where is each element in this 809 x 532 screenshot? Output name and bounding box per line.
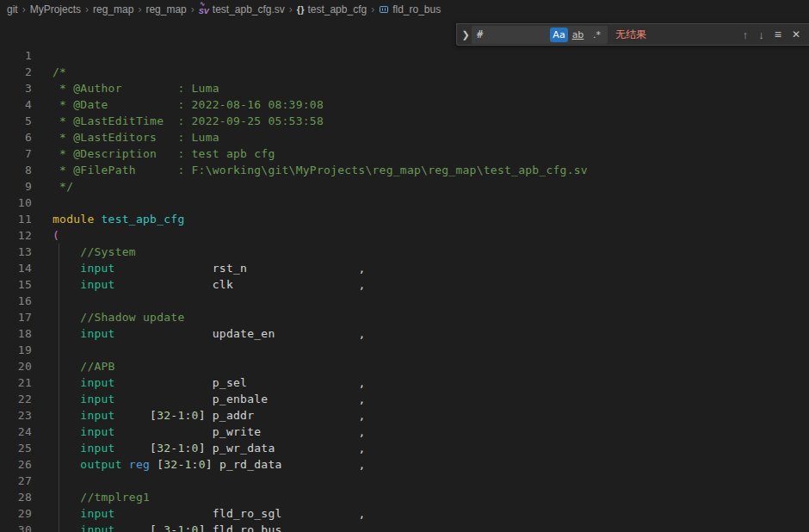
code-line[interactable]: 12( xyxy=(0,227,809,244)
whole-word-button[interactable]: ab xyxy=(569,28,587,42)
line-content: input update_en , xyxy=(52,325,365,342)
breadcrumb-label: fld_ro_bus xyxy=(392,3,441,15)
breadcrumb-separator: › xyxy=(22,3,26,15)
line-number[interactable]: 25 xyxy=(0,440,32,456)
code-line[interactable]: 20 //APB xyxy=(0,358,809,374)
code-line[interactable]: 17 //Shadow update xyxy=(0,309,809,325)
line-number[interactable]: 12 xyxy=(0,227,32,244)
code-line[interactable]: 9 */ xyxy=(0,178,809,195)
find-widget: ❯ # Aa ab .* 无结果 ↑ ↓ ≡ ✕ xyxy=(456,23,809,46)
breadcrumb-label: git xyxy=(7,3,18,15)
close-icon[interactable]: ✕ xyxy=(792,28,800,40)
breadcrumb-item-git[interactable]: git xyxy=(7,3,18,15)
line-number[interactable]: 1 xyxy=(0,47,32,64)
breadcrumb-item-test_apb_cfg[interactable]: {}test_apb_cfg xyxy=(297,3,367,15)
braces-icon: {} xyxy=(297,4,305,15)
line-number[interactable]: 29 xyxy=(0,505,32,522)
line-content: input fld_ro_sgl , xyxy=(52,505,365,522)
line-content: input p_enbale , xyxy=(52,391,365,407)
line-content: * @Description : test apb cfg xyxy=(52,145,275,162)
find-input[interactable]: # Aa ab .* xyxy=(472,26,608,44)
line-number[interactable]: 18 xyxy=(0,325,32,342)
line-number[interactable]: 21 xyxy=(0,374,32,391)
line-content: ( xyxy=(52,227,59,244)
line-content: input clk , xyxy=(52,276,365,293)
code-line[interactable]: 28 //tmplreg1 xyxy=(0,489,809,505)
line-number[interactable]: 23 xyxy=(0,407,32,424)
line-number[interactable]: 28 xyxy=(0,489,32,505)
next-match-icon[interactable]: ↓ xyxy=(758,28,764,41)
line-content: * @FilePath : F:\working\git\MyProjects\… xyxy=(52,162,588,178)
line-number[interactable]: 7 xyxy=(0,145,32,162)
line-content: * @LastEditTime : 2022-09-25 05:53:58 xyxy=(52,113,324,129)
line-number[interactable]: 14 xyxy=(0,260,32,276)
find-in-selection-icon[interactable]: ≡ xyxy=(775,28,781,41)
breadcrumb-label: test_apb_cfg.sv xyxy=(213,3,285,15)
code-line[interactable]: 1 xyxy=(0,47,809,64)
line-number[interactable]: 2 xyxy=(0,64,32,80)
code-line[interactable]: 18 input update_en , xyxy=(0,325,809,342)
code-line[interactable]: 6 * @LastEditors : Luma xyxy=(0,129,809,145)
code-line[interactable]: 19 xyxy=(0,342,809,358)
code-line[interactable]: 3 * @Author : Luma xyxy=(0,80,809,96)
line-number[interactable]: 8 xyxy=(0,162,32,178)
code-line[interactable]: 11module test_apb_cfg xyxy=(0,211,809,227)
breadcrumb-item-test_apb_cfg.sv[interactable]: SVtest_apb_cfg.sv xyxy=(199,3,285,15)
line-content: //tmplreg1 xyxy=(52,489,150,505)
line-number[interactable]: 4 xyxy=(0,96,32,113)
code-line[interactable]: 14 input rst_n , xyxy=(0,260,809,276)
code-line[interactable]: 21 input p_sel , xyxy=(0,374,809,391)
code-line[interactable]: 15 input clk , xyxy=(0,276,809,293)
line-number[interactable]: 16 xyxy=(0,293,32,309)
code-line[interactable]: 30 input [ 3-1:0] fld_ro_bus , xyxy=(0,522,809,532)
line-number[interactable]: 26 xyxy=(0,456,32,473)
line-number[interactable]: 27 xyxy=(0,473,32,489)
code-line[interactable]: 5 * @LastEditTime : 2022-09-25 05:53:58 xyxy=(0,113,809,129)
line-number[interactable]: 10 xyxy=(0,195,32,211)
line-number[interactable]: 11 xyxy=(0,211,32,227)
line-number[interactable]: 3 xyxy=(0,80,32,96)
code-line[interactable]: 8 * @FilePath : F:\working\git\MyProject… xyxy=(0,162,809,178)
editor-pane[interactable]: 12/*3 * @Author : Luma4 * @Date : 2022-0… xyxy=(0,19,809,532)
line-number[interactable]: 5 xyxy=(0,113,32,129)
line-number[interactable]: 6 xyxy=(0,129,32,145)
code-line[interactable]: 10 xyxy=(0,195,809,211)
code-line[interactable]: 4 * @Date : 2022-08-16 08:39:08 xyxy=(0,96,809,113)
code-line[interactable]: 22 input p_enbale , xyxy=(0,391,809,407)
line-number[interactable]: 30 xyxy=(0,522,32,532)
toggle-replace-chevron-icon[interactable]: ❯ xyxy=(460,29,472,40)
find-results-count: 无结果 xyxy=(615,28,646,42)
code-line[interactable]: 2/* xyxy=(0,64,809,80)
code-line[interactable]: 29 input fld_ro_sgl , xyxy=(0,505,809,522)
line-number[interactable]: 15 xyxy=(0,276,32,293)
line-number[interactable]: 22 xyxy=(0,391,32,407)
regex-button[interactable]: .* xyxy=(588,28,606,42)
code-line[interactable]: 7 * @Description : test apb cfg xyxy=(0,145,809,162)
line-number[interactable]: 19 xyxy=(0,342,32,358)
breadcrumb-separator: › xyxy=(85,3,89,15)
line-content: * @LastEditors : Luma xyxy=(52,129,219,145)
line-number[interactable]: 9 xyxy=(0,178,32,195)
breadcrumb-separator: › xyxy=(138,3,141,15)
line-content: * @Date : 2022-08-16 08:39:08 xyxy=(52,96,324,113)
previous-match-icon[interactable]: ↑ xyxy=(743,28,749,41)
line-number[interactable]: 24 xyxy=(0,424,32,440)
line-content: module test_apb_cfg xyxy=(52,211,184,227)
code-line[interactable]: 27 xyxy=(0,473,809,489)
code-line[interactable]: 23 input [32-1:0] p_addr , xyxy=(0,407,809,424)
code-line[interactable]: 26 output reg [32-1:0] p_rd_data , xyxy=(0,456,809,473)
breadcrumb-item-reg_map[interactable]: reg_map xyxy=(145,3,186,15)
line-content: input rst_n , xyxy=(52,260,365,276)
code-line[interactable]: 25 input [32-1:0] p_wr_data , xyxy=(0,440,809,456)
line-number[interactable]: 13 xyxy=(0,244,32,260)
line-number[interactable]: 17 xyxy=(0,309,32,325)
code-line[interactable]: 16 xyxy=(0,293,809,309)
line-number[interactable]: 20 xyxy=(0,358,32,374)
breadcrumb-separator: › xyxy=(191,3,195,15)
breadcrumb-item-MyProjects[interactable]: MyProjects xyxy=(30,3,81,15)
breadcrumb-item-fld_ro_bus[interactable]: fld_ro_bus xyxy=(379,3,441,15)
breadcrumb-item-reg_map[interactable]: reg_map xyxy=(93,3,133,15)
code-line[interactable]: 24 input p_write , xyxy=(0,424,809,440)
code-line[interactable]: 13 //System xyxy=(0,244,809,260)
match-case-button[interactable]: Aa xyxy=(550,28,568,42)
